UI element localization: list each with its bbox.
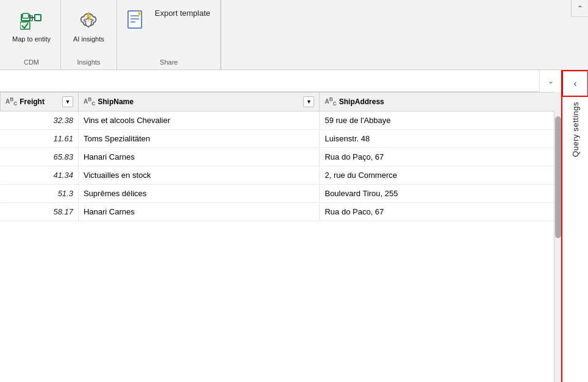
- cell-shipaddress: Rua do Paço, 67: [320, 148, 561, 166]
- cell-shipname: Hanari Carnes: [78, 148, 320, 166]
- shipname-filter-button[interactable]: ▼: [303, 96, 314, 107]
- vertical-scrollbar-track: [554, 92, 561, 382]
- query-settings-panel: ‹ Query settings: [561, 70, 588, 382]
- cell-shipaddress: Rua do Paco, 67: [320, 203, 561, 221]
- freight-dropdown-icon: ▼: [65, 99, 70, 105]
- search-input[interactable]: [0, 70, 539, 91]
- shipname-dropdown-icon: ▼: [306, 99, 312, 105]
- insights-section-label: Insights: [61, 58, 117, 66]
- freight-filter-button[interactable]: ▼: [62, 96, 73, 107]
- share-section: Export template Share: [117, 0, 221, 69]
- chevron-left-icon: ‹: [574, 79, 577, 88]
- table-header-row: ABC Freight ▼ ABC ShipName ▼: [1, 93, 561, 111]
- cell-freight: 41.34: [1, 166, 79, 185]
- collapse-ribbon-button[interactable]: ⌃: [571, 0, 588, 17]
- cell-freight: 11.61: [1, 130, 79, 148]
- search-bar: ⌄: [0, 70, 561, 92]
- toolbar: Map to entity CDM: [0, 0, 588, 70]
- insights-section: AI insights Insights: [61, 0, 117, 69]
- cell-freight: 32.38: [1, 111, 79, 130]
- col-shipaddress-label: ShipAddress: [339, 97, 384, 106]
- table-row: 41.34Victuailles en stock2, rue du Comme…: [1, 166, 561, 185]
- vertical-scrollbar-thumb[interactable]: [555, 116, 561, 238]
- col-freight-label: Freight: [20, 97, 45, 106]
- export-template-icon: [124, 9, 149, 33]
- table-row: 32.38Vins et alcools Chevalier59 rue de …: [1, 111, 561, 130]
- data-table: ABC Freight ▼ ABC ShipName ▼: [0, 92, 561, 221]
- cell-shipname: Vins et alcools Chevalier: [78, 111, 320, 130]
- table-row: 65.83Hanari CarnesRua do Paço, 67: [1, 148, 561, 166]
- col-shipname: ABC ShipName ▼: [78, 93, 320, 111]
- shipname-type-icon: ABC: [84, 96, 95, 107]
- cell-shipname: Victuailles en stock: [78, 166, 320, 185]
- table-body: 32.38Vins et alcools Chevalier59 rue de …: [1, 111, 561, 221]
- svg-rect-2: [23, 13, 29, 18]
- table-row: 11.61Toms SpezialitätenLuisenstr. 48: [1, 130, 561, 148]
- chevron-up-icon: ⌃: [577, 4, 583, 13]
- table-row: 51.3Suprêmes délicesBoulevard Tirou, 255: [1, 185, 561, 203]
- col-shipname-label: ShipName: [98, 97, 134, 106]
- freight-type-icon: ABC: [5, 96, 17, 107]
- table-area: ⌄ ABC Freight ▼: [0, 70, 588, 382]
- col-freight: ABC Freight ▼: [1, 93, 79, 111]
- cell-shipaddress: Luisenstr. 48: [320, 130, 561, 148]
- cell-shipaddress: 59 rue de l'Abbaye: [320, 111, 561, 130]
- cell-shipname: Toms Spezialitäten: [78, 130, 320, 148]
- cdm-section-label: CDM: [2, 58, 60, 66]
- ai-insights-button[interactable]: AI insights: [67, 5, 110, 55]
- cell-shipaddress: 2, rue du Commerce: [320, 166, 561, 185]
- cell-shipaddress: Boulevard Tirou, 255: [320, 185, 561, 203]
- cdm-section: Map to entity CDM: [2, 0, 61, 69]
- data-table-wrapper: ABC Freight ▼ ABC ShipName ▼: [0, 92, 561, 382]
- chevron-down-icon: ⌄: [548, 77, 554, 85]
- ai-insights-label: AI insights: [73, 35, 104, 43]
- share-section-label: Share: [117, 58, 221, 66]
- cell-freight: 65.83: [1, 148, 79, 166]
- svg-rect-1: [35, 15, 41, 21]
- query-settings-label: Query settings: [571, 102, 580, 157]
- brain-icon: [76, 9, 101, 33]
- col-shipaddress: ABC ShipAddress: [320, 93, 561, 111]
- map-to-entity-button[interactable]: Map to entity: [6, 5, 57, 55]
- map-icon: [19, 9, 43, 33]
- cell-shipname: Hanari Carnes: [78, 203, 320, 221]
- cell-shipname: Suprêmes délices: [78, 185, 320, 203]
- map-to-entity-label: Map to entity: [12, 35, 51, 43]
- export-template-label: Export template: [155, 9, 210, 18]
- shipaddress-type-icon: ABC: [324, 96, 336, 107]
- query-settings-toggle-button[interactable]: ‹: [562, 70, 588, 97]
- cell-freight: 58.17: [1, 203, 79, 221]
- search-dropdown-button[interactable]: ⌄: [539, 70, 561, 92]
- cell-freight: 51.3: [1, 185, 79, 203]
- table-row: 58.17Hanari CarnesRua do Paco, 67: [1, 203, 561, 221]
